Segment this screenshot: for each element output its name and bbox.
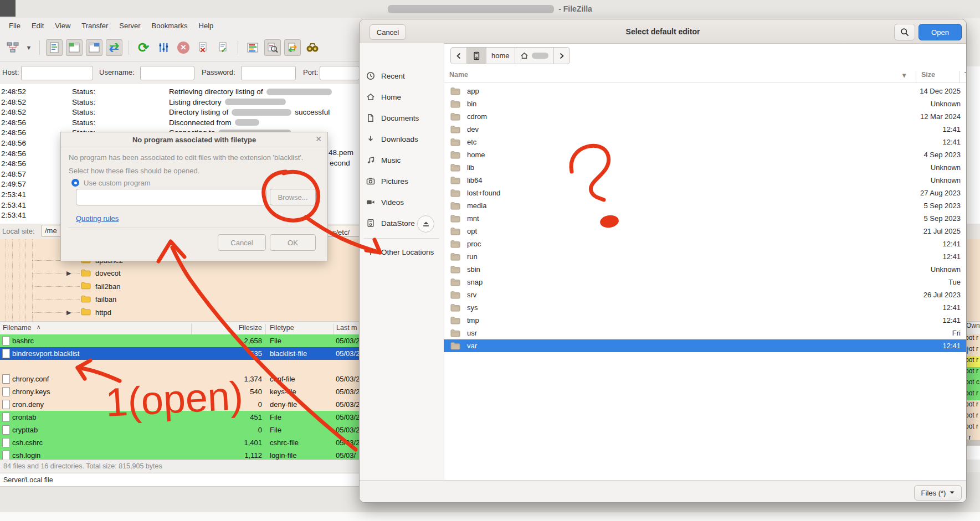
toggle-remote-tree-icon[interactable] xyxy=(86,39,102,56)
menu-file[interactable]: File xyxy=(3,20,26,32)
folder-icon xyxy=(450,125,460,133)
sidebar-item-recent[interactable]: Recent xyxy=(360,68,444,84)
folder-icon xyxy=(450,303,460,312)
chooser-row-dev[interactable]: dev12:41 xyxy=(444,123,967,136)
ok-button[interactable]: OK xyxy=(270,234,316,251)
chooser-row-usr[interactable]: usrFri xyxy=(444,327,967,339)
browse-button[interactable]: Browse... xyxy=(270,189,316,205)
confirm-transfer-icon[interactable]: ✓ xyxy=(215,39,232,56)
sidebar-item-pictures[interactable]: Pictures xyxy=(360,173,444,189)
chooser-row-sys[interactable]: sys12:41 xyxy=(444,301,967,314)
sidebar-item-music[interactable]: Music xyxy=(360,152,444,168)
chooser-row-mnt[interactable]: mnt5 Sep 2023 xyxy=(444,212,967,225)
chooser-row-home[interactable]: home4 Sep 2023 xyxy=(444,148,967,161)
remote-row-fragment: oot r xyxy=(967,400,980,411)
sidebar-item-other-locations[interactable]: Other Locations xyxy=(360,244,444,260)
directory-comparison-icon[interactable] xyxy=(244,39,261,56)
desktop-strip xyxy=(0,512,980,521)
chooser-row-bin[interactable]: binUnknown xyxy=(444,97,967,110)
folder-icon xyxy=(450,176,460,184)
sidebar-separator xyxy=(364,238,439,239)
open-button[interactable]: Open xyxy=(919,24,962,40)
filename-column-header: Filename xyxy=(3,324,31,332)
file-search-binoculars-icon[interactable] xyxy=(304,39,321,56)
expand-icon[interactable]: ▶ xyxy=(66,270,71,277)
directory-status-text: 84 files and 16 directories. Total size:… xyxy=(3,462,162,470)
path-back-button[interactable] xyxy=(451,48,467,64)
toggle-message-log-icon[interactable] xyxy=(46,39,63,56)
password-input[interactable] xyxy=(241,66,296,80)
svg-text:✓: ✓ xyxy=(221,46,227,53)
toggle-local-tree-icon[interactable] xyxy=(66,39,83,56)
eject-button[interactable] xyxy=(417,215,434,233)
chooser-row-app[interactable]: app14 Dec 2025 xyxy=(444,85,967,97)
username-input[interactable] xyxy=(140,66,194,80)
file-filter-dropdown[interactable]: Files (*) xyxy=(914,485,962,501)
close-icon[interactable]: ✕ xyxy=(315,135,322,143)
file-icon xyxy=(2,451,10,460)
chooser-row-run[interactable]: run12:41 xyxy=(444,250,967,263)
cancel-button[interactable]: Cancel xyxy=(218,234,266,251)
chooser-title: Select default editor xyxy=(360,19,966,43)
chooser-row-var[interactable]: var12:41 xyxy=(444,339,967,352)
port-input[interactable] xyxy=(320,66,360,80)
sidebar-item-downloads[interactable]: Downloads xyxy=(360,131,444,147)
chooser-row-etc[interactable]: etc12:41 xyxy=(444,136,967,148)
abort-transfer-icon[interactable]: ✕ xyxy=(195,39,212,56)
sidebar-item-datastore[interactable]: DataStore xyxy=(360,215,444,231)
remote-row-fragment: oot c xyxy=(967,378,980,389)
menu-bookmarks[interactable]: Bookmarks xyxy=(146,20,193,32)
last-modified-column-header: Last m xyxy=(336,324,357,332)
menu-transfer[interactable]: Transfer xyxy=(76,20,114,32)
synchronized-browsing-icon[interactable] xyxy=(284,39,301,56)
use-custom-program-label: Use custom program xyxy=(84,179,151,187)
use-custom-program-radio[interactable] xyxy=(71,179,79,187)
menu-view[interactable]: View xyxy=(49,20,76,32)
filter-settings-icon[interactable] xyxy=(155,39,172,56)
chooser-row-cdrom[interactable]: cdrom12 Mar 2024 xyxy=(444,110,967,123)
chooser-row-sbin[interactable]: sbinUnknown xyxy=(444,263,967,276)
path-segment-home[interactable]: home xyxy=(486,48,515,64)
chooser-row-srv[interactable]: srv26 Jul 2023 xyxy=(444,288,967,301)
sidebar-item-home[interactable]: Home xyxy=(360,89,444,105)
site-manager-dropdown-icon[interactable]: ▼ xyxy=(24,39,33,56)
chooser-row-opt[interactable]: opt21 Jul 2025 xyxy=(444,225,967,238)
chooser-column-headers[interactable]: Name ▾ Size Type Modified xyxy=(444,67,967,83)
sidebar-item-documents[interactable]: Documents xyxy=(360,110,444,126)
refresh-icon[interactable]: ⟳ xyxy=(135,39,152,56)
expand-icon[interactable]: ▶ xyxy=(66,309,71,316)
site-manager-icon[interactable] xyxy=(4,39,21,56)
chooser-row-media[interactable]: media5 Sep 2023 xyxy=(444,199,967,212)
host-input[interactable] xyxy=(21,66,93,80)
path-forward-button[interactable] xyxy=(554,48,569,64)
menu-server[interactable]: Server xyxy=(114,20,146,32)
path-segment-computer[interactable] xyxy=(467,48,486,64)
dialog-text-line2: Select how these files should be opened. xyxy=(69,167,199,175)
folder-icon xyxy=(81,282,91,290)
download-arrow-icon xyxy=(366,135,375,143)
menu-edit[interactable]: Edit xyxy=(26,20,49,32)
chooser-cancel-button[interactable]: Cancel xyxy=(370,24,406,40)
chooser-row-proc[interactable]: proc12:41 xyxy=(444,238,967,250)
chooser-row-lib64[interactable]: lib64Unknown xyxy=(444,174,967,187)
custom-program-input[interactable] xyxy=(76,189,266,205)
tree-item-failban[interactable]: failban xyxy=(0,293,222,306)
toolbar-separator xyxy=(129,40,129,55)
quoting-rules-link[interactable]: Quoting rules xyxy=(76,214,119,223)
tree-item-httpd[interactable]: ▶ httpd xyxy=(0,306,222,318)
menu-help[interactable]: Help xyxy=(193,20,219,32)
chooser-row-tmp[interactable]: tmp12:41 xyxy=(444,314,967,327)
search-button[interactable] xyxy=(894,24,915,40)
folder-icon xyxy=(450,112,460,121)
folder-icon xyxy=(450,252,460,261)
path-segment-user[interactable] xyxy=(515,48,554,64)
toggle-transfer-queue-icon[interactable] xyxy=(106,39,122,56)
cancel-operation-icon[interactable]: ✕ xyxy=(175,39,192,56)
find-files-icon[interactable] xyxy=(264,39,281,56)
tree-item-dovecot[interactable]: ▶ dovecot xyxy=(0,267,222,280)
chooser-row-lost+found[interactable]: lost+found27 Aug 2023 xyxy=(444,187,967,199)
tree-item-fail2ban[interactable]: fail2ban xyxy=(0,280,222,292)
sidebar-item-videos[interactable]: Videos xyxy=(360,194,444,210)
chooser-row-lib[interactable]: libUnknown xyxy=(444,161,967,174)
chooser-row-snap[interactable]: snapTue xyxy=(444,276,967,288)
